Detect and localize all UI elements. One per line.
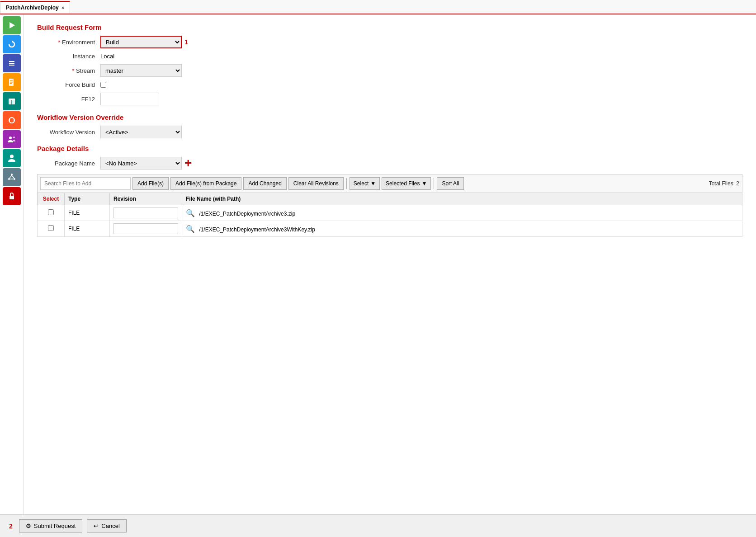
tab-close-icon[interactable]: × — [61, 5, 64, 10]
row-search-icon-0[interactable]: 🔍 — [186, 209, 195, 217]
sidebar-play-icon[interactable] — [3, 16, 21, 34]
step-1-number: 1 — [184, 38, 188, 46]
row-revision-cell — [110, 221, 182, 237]
sidebar-network-icon[interactable] — [3, 168, 21, 186]
force-build-row: Force Build — [37, 81, 742, 88]
workflow-section: Workflow Version Override Workflow Versi… — [37, 113, 742, 138]
sort-all-button[interactable]: Sort All — [437, 177, 464, 190]
svg-point-16 — [10, 155, 14, 158]
sidebar — [0, 14, 24, 514]
cancel-button[interactable]: ↩ Cancel — [87, 519, 126, 532]
row-type: FILE — [65, 221, 110, 237]
svg-point-14 — [9, 137, 12, 139]
environment-row: Environment Build Test Production 1 — [37, 36, 742, 48]
file-toolbar: Add File(s) Add File(s) from Package Add… — [37, 174, 742, 193]
table-row: FILE 🔍 /1/EXEC_PatchDeploymentArchive3.z… — [38, 205, 742, 221]
submit-gear-icon: ⚙ — [26, 523, 31, 529]
clear-all-revisions-button[interactable]: Clear All Revisions — [288, 177, 344, 190]
selected-files-chevron-icon: ▼ — [421, 180, 427, 187]
workflow-version-row: Workflow Version <Active> 1.0 2.0 — [37, 126, 742, 138]
stream-select[interactable]: master develop release — [100, 64, 182, 77]
row-filename-0: /1/EXEC_PatchDeploymentArchive3.zip — [199, 211, 295, 217]
selected-files-dropdown-button[interactable]: Selected Files ▼ — [382, 177, 431, 190]
stream-row: Stream master develop release — [37, 64, 742, 77]
instance-row: Instance Local — [37, 53, 742, 60]
sidebar-cycle-icon[interactable] — [3, 111, 21, 129]
environment-label: Environment — [37, 39, 100, 46]
file-table: Select Type Revision File Name (with Pat… — [37, 193, 742, 237]
selected-files-label: Selected Files — [386, 180, 420, 187]
row-checkbox-cell — [38, 205, 65, 221]
main-layout: Build Request Form Environment Build Tes… — [0, 14, 756, 514]
cancel-arrow-icon: ↩ — [94, 523, 99, 529]
select-label: Select — [354, 180, 369, 187]
svg-rect-7 — [10, 82, 13, 83]
package-name-select[interactable]: <No Name> — [100, 157, 182, 170]
instance-value: Local — [100, 53, 114, 60]
tab-label: PatchArchiveDeploy — [6, 5, 59, 11]
svg-line-21 — [12, 175, 14, 178]
svg-rect-4 — [9, 65, 14, 66]
instance-label: Instance — [37, 53, 100, 60]
add-package-button[interactable]: + — [184, 157, 192, 170]
add-files-button[interactable]: Add File(s) — [132, 177, 169, 190]
submit-request-button[interactable]: ⚙ Submit Request — [19, 519, 83, 532]
select-chevron-icon: ▼ — [370, 180, 376, 187]
svg-rect-23 — [9, 196, 14, 199]
svg-point-18 — [8, 178, 10, 180]
row-checkbox-1[interactable] — [48, 225, 54, 231]
force-build-label: Force Build — [37, 81, 100, 88]
svg-rect-8 — [10, 83, 12, 84]
content-area: Build Request Form Environment Build Tes… — [24, 14, 756, 514]
row-filename-cell: 🔍 /1/EXEC_PatchDeploymentArchive3.zip — [182, 205, 742, 221]
patch-archive-deploy-tab[interactable]: PatchArchiveDeploy × — [0, 1, 70, 14]
row-checkbox-0[interactable] — [48, 209, 54, 215]
step-2-number: 2 — [9, 523, 13, 530]
search-files-input[interactable] — [40, 177, 131, 190]
sidebar-box-icon[interactable] — [3, 92, 21, 110]
cancel-label: Cancel — [101, 523, 119, 529]
row-revision-cell — [110, 205, 182, 221]
ff12-input[interactable] — [100, 93, 159, 105]
svg-line-20 — [9, 175, 12, 178]
sidebar-list-icon[interactable] — [3, 54, 21, 72]
svg-rect-3 — [9, 63, 14, 64]
ff12-label: FF12 — [37, 96, 100, 103]
svg-marker-1 — [12, 40, 13, 43]
sidebar-refresh-icon[interactable] — [3, 35, 21, 53]
package-name-label: Package Name — [37, 160, 100, 167]
row-revision-input-1[interactable] — [113, 223, 178, 234]
row-revision-input-0[interactable] — [113, 207, 178, 218]
add-files-from-package-button[interactable]: Add File(s) from Package — [170, 177, 241, 190]
ff12-row: FF12 — [37, 93, 742, 105]
row-filename-1: /1/EXEC_PatchDeploymentArchive3WithKey.z… — [199, 226, 315, 233]
package-title: Package Details — [37, 145, 742, 152]
row-filename-cell: 🔍 /1/EXEC_PatchDeploymentArchive3WithKey… — [182, 221, 742, 237]
sidebar-document-icon[interactable] — [3, 73, 21, 91]
sidebar-lock-icon[interactable] — [3, 187, 21, 205]
build-request-title: Build Request Form — [37, 24, 742, 31]
row-type: FILE — [65, 205, 110, 221]
separator-1 — [346, 178, 347, 189]
sidebar-gear-people-icon[interactable] — [3, 130, 21, 148]
sidebar-person-icon[interactable] — [3, 149, 21, 167]
svg-point-15 — [13, 137, 15, 138]
workflow-version-select[interactable]: <Active> 1.0 2.0 — [100, 126, 182, 138]
workflow-version-label: Workflow Version — [37, 129, 100, 136]
submit-label: Submit Request — [34, 523, 76, 529]
environment-select[interactable]: Build Test Production — [100, 36, 182, 48]
select-dropdown-button[interactable]: Select ▼ — [350, 177, 380, 190]
row-search-icon-1[interactable]: 🔍 — [186, 225, 195, 233]
table-row: FILE 🔍 /1/EXEC_PatchDeploymentArchive3Wi… — [38, 221, 742, 237]
force-build-checkbox[interactable] — [100, 82, 106, 88]
col-select: Select — [38, 193, 65, 205]
package-section: Package Details Package Name <No Name> + — [37, 145, 742, 170]
separator-2 — [434, 178, 434, 189]
svg-rect-6 — [10, 80, 13, 81]
table-header-row: Select Type Revision File Name (with Pat… — [38, 193, 742, 205]
add-changed-button[interactable]: Add Changed — [243, 177, 286, 190]
workflow-title: Workflow Version Override — [37, 113, 742, 121]
svg-point-17 — [11, 174, 13, 175]
package-name-row: Package Name <No Name> + — [37, 157, 742, 170]
bottom-bar: 2 ⚙ Submit Request ↩ Cancel — [0, 514, 756, 537]
